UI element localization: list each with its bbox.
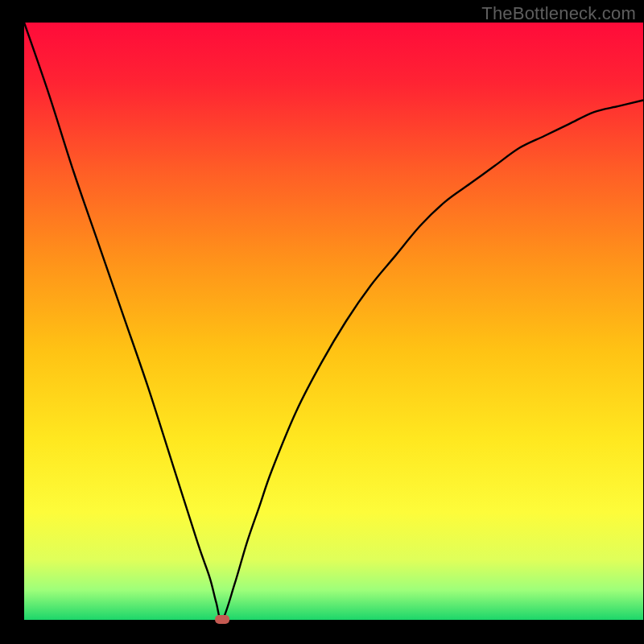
min-marker [215,615,229,624]
plot-background [24,23,643,620]
watermark-text: TheBottleneck.com [481,3,636,24]
bottleneck-chart [0,0,644,644]
chart-frame: TheBottleneck.com [0,0,644,644]
